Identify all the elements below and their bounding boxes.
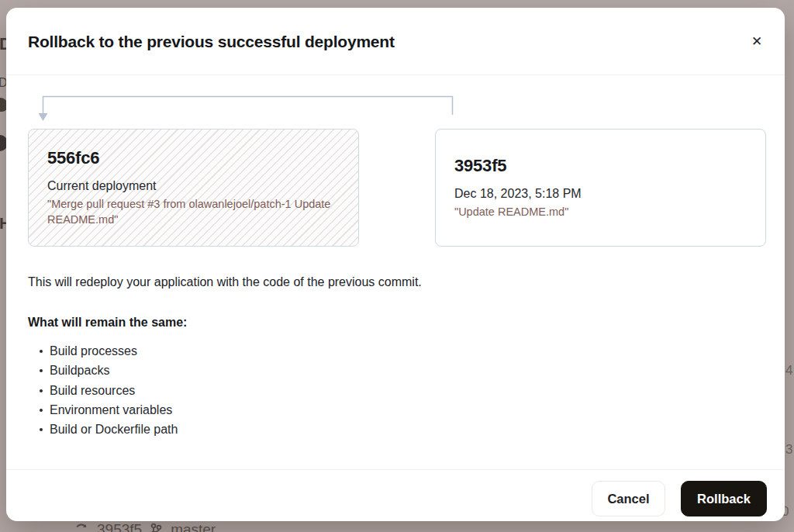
current-commit-hash: 556fc6 — [47, 148, 340, 168]
previous-commit-message: "Update README.md" — [454, 204, 747, 219]
cancel-button[interactable]: Cancel — [592, 481, 665, 516]
list-item: Environment variables — [28, 400, 178, 420]
close-icon: ✕ — [751, 34, 762, 49]
list-item: Build processes — [28, 341, 178, 361]
background-clipped-digit: 4 — [785, 363, 792, 378]
rollback-direction-arrow — [37, 92, 460, 127]
footer-divider — [6, 469, 785, 470]
current-deployment-label: Current deployment — [47, 179, 340, 193]
list-item: Buildpacks — [28, 361, 178, 380]
list-item: Build resources — [28, 381, 178, 400]
rollback-modal: Rollback to the previous successful depl… — [6, 8, 785, 521]
background-clipped-digit: 3 — [785, 442, 792, 458]
previous-deployment-card: 3953f5 Dec 18, 2023, 5:18 PM "Update REA… — [435, 129, 766, 247]
previous-deployment-timestamp: Dec 18, 2023, 5:18 PM — [454, 187, 747, 201]
header-divider — [6, 74, 785, 75]
remain-same-heading: What will remain the same: — [28, 316, 187, 330]
rollback-description: This will redeploy your application with… — [28, 275, 422, 289]
commit-icon — [74, 523, 88, 532]
previous-commit-hash: 3953f5 — [454, 156, 747, 176]
background-branch-name: master — [171, 521, 216, 532]
current-deployment-card: 556fc6 Current deployment "Merge pull re… — [28, 129, 359, 247]
rollback-button[interactable]: Rollback — [681, 481, 767, 516]
remain-same-list: Build processes Buildpacks Build resourc… — [28, 341, 178, 439]
background-deployment-bar: 3953f5 master — [74, 521, 216, 532]
list-item: Build or Dockerfile path — [28, 420, 178, 439]
background-commit-hash: 3953f5 — [97, 521, 142, 532]
current-commit-message: "Merge pull request #3 from olawanlejoel… — [47, 196, 340, 228]
close-button[interactable]: ✕ — [744, 29, 769, 54]
modal-title: Rollback to the previous successful depl… — [28, 31, 395, 53]
branch-icon — [150, 523, 162, 532]
